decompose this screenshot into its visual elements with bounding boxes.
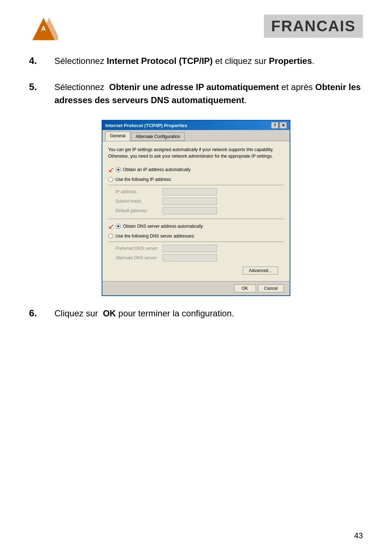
- page: A FRANCAIS 4. Sélectionnez Internet Prot…: [0, 0, 392, 555]
- cancel-button[interactable]: Cancel: [258, 284, 284, 292]
- radio-ip-auto-label: Obtain an IP address automatically: [123, 167, 191, 172]
- preferred-dns-label: Preferred DNS server:: [115, 246, 163, 251]
- alternate-dns-label: Alternate DNS server:: [115, 255, 163, 260]
- dns-section-top-divider: [108, 219, 284, 219]
- advanced-button-row: Advanced...: [108, 264, 284, 278]
- tab-general[interactable]: General: [105, 131, 130, 141]
- svg-rect-2: [41, 33, 46, 40]
- radio-dns-manual[interactable]: [108, 234, 113, 239]
- dialog-titlebar: Internet Protocol (TCP/IP) Properties ? …: [102, 121, 290, 130]
- radio-ip-manual[interactable]: [108, 177, 113, 182]
- gateway-input[interactable]: [163, 207, 217, 214]
- radio-dns-manual-label: Use the following DNS server addresses:: [115, 234, 195, 239]
- titlebar-buttons: ? ✕: [271, 122, 287, 129]
- subnet-mask-label: Subnet mask:: [115, 199, 163, 204]
- ok-button[interactable]: OK: [234, 284, 256, 292]
- radio-ip-manual-row: Use the following IP address:: [108, 177, 284, 182]
- ok-cancel-row: OK Cancel: [102, 281, 290, 295]
- step-6-text: Cliquez sur OK pour terminer la configur…: [54, 307, 363, 320]
- step-5: 5. Sélectionnez Obtenir une adresse IP a…: [29, 81, 363, 107]
- radio-ip-auto[interactable]: [116, 167, 121, 172]
- radio-dns-auto-label: Obtain DNS server address automatically: [123, 224, 203, 229]
- step-6-number: 6.: [29, 307, 54, 319]
- gateway-label: Default gateway:: [115, 208, 163, 213]
- step-5-text: Sélectionnez Obtenir une adresse IP auto…: [54, 81, 363, 107]
- subnet-mask-row: Subnet mask:: [108, 198, 284, 205]
- dialog-title: Internet Protocol (TCP/IP) Properties: [105, 123, 187, 128]
- advanced-button[interactable]: Advanced...: [243, 267, 278, 275]
- radio-dns-manual-row: Use the following DNS server addresses:: [108, 234, 284, 239]
- step-4: 4. Sélectionnez Internet Protocol (TCP/I…: [29, 54, 363, 68]
- tcp-ip-properties-dialog: Internet Protocol (TCP/IP) Properties ? …: [102, 120, 290, 296]
- step-6: 6. Cliquez sur OK pour terminer la confi…: [29, 307, 363, 320]
- gateway-row: Default gateway:: [108, 207, 284, 214]
- svg-text:A: A: [41, 25, 46, 32]
- logo-icon: A: [29, 15, 58, 44]
- help-button[interactable]: ?: [271, 122, 278, 129]
- dialog-tabs: General Alternate Configuration: [102, 130, 290, 141]
- dns-auto-row: ↙ Obtain DNS server address automaticall…: [108, 222, 284, 231]
- ip-address-row: IP address:: [108, 188, 284, 195]
- alternate-dns-input[interactable]: [163, 254, 217, 262]
- dns-section-divider: [108, 242, 284, 242]
- dialog-container: Internet Protocol (TCP/IP) Properties ? …: [29, 120, 363, 296]
- arrow-ip-icon: ↙: [108, 165, 114, 174]
- ip-address-label: IP address:: [115, 189, 163, 194]
- close-button[interactable]: ✕: [279, 122, 287, 129]
- radio-ip-manual-label: Use the following IP address:: [115, 177, 172, 182]
- ip-section-divider: [108, 185, 284, 185]
- dialog-body: You can get IP settings assigned automat…: [102, 141, 290, 281]
- tab-alternate-configuration[interactable]: Alternate Configuration: [131, 132, 185, 141]
- header: A FRANCAIS: [29, 15, 363, 44]
- brand-label: FRANCAIS: [264, 15, 363, 38]
- ip-auto-row: ↙ Obtain an IP address automatically: [108, 165, 284, 174]
- step-4-number: 4.: [29, 54, 54, 66]
- page-number: 43: [354, 531, 363, 540]
- ip-address-input[interactable]: [163, 188, 217, 195]
- subnet-mask-input[interactable]: [163, 198, 217, 205]
- preferred-dns-row: Preferred DNS server:: [108, 245, 284, 252]
- step-4-text: Sélectionnez Internet Protocol (TCP/IP) …: [54, 54, 363, 68]
- alternate-dns-row: Alternate DNS server:: [108, 254, 284, 262]
- preferred-dns-input[interactable]: [163, 245, 217, 252]
- step-5-number: 5.: [29, 81, 54, 93]
- radio-dns-auto[interactable]: [116, 224, 121, 229]
- arrow-dns-icon: ↙: [108, 222, 114, 231]
- dialog-description: You can get IP settings assigned automat…: [108, 146, 284, 159]
